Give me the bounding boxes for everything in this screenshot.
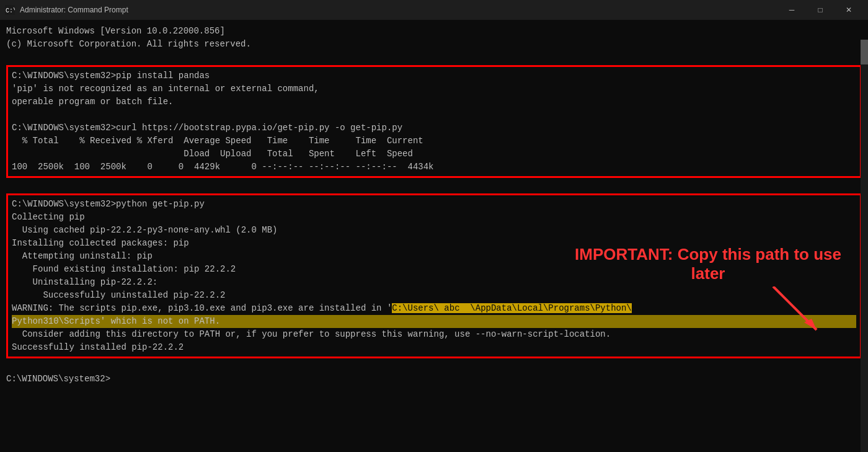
terminal-line-5: 'pip' is not recognized as an internal o… [12, 82, 856, 95]
terminal-line-21: WARNING: The scripts pip.exe, pip3.10.ex… [12, 302, 856, 315]
terminal-line-3 [6, 51, 862, 64]
terminal-line-12 [6, 179, 862, 192]
red-section-2: C:\WINDOWS\system32>python get-pip.py Co… [6, 193, 862, 358]
scrollbar-thumb[interactable] [861, 40, 868, 64]
terminal-line-4: C:\WINDOWS\system32>pip install pandas [12, 69, 856, 82]
terminal-line-16: Installing collected packages: pip [12, 237, 856, 250]
terminal-line-1: Microsoft Windows [Version 10.0.22000.85… [6, 25, 862, 38]
scrollbar[interactable] [861, 40, 868, 452]
terminal-line-26: C:\WINDOWS\system32> [6, 373, 862, 386]
terminal-line-22: Python310\Scripts' which is not on PATH. [12, 315, 856, 328]
terminal-line-18: Found existing installation: pip 22.2.2 [12, 263, 856, 276]
terminal-line-10: Dload Upload Total Spent Left Speed [12, 148, 856, 161]
red-section-1: C:\WINDOWS\system32>pip install pandas '… [6, 65, 862, 178]
terminal-line-13: C:\WINDOWS\system32>python get-pip.py [12, 198, 856, 211]
maximize-button[interactable]: □ [806, 0, 835, 20]
terminal-line-6: operable program or batch file. [12, 95, 856, 109]
terminal-line-11: 100 2500k 100 2500k 0 0 4429k 0 --:--:--… [12, 161, 856, 174]
terminal-line-24: Successfully installed pip-22.2.2 [12, 341, 856, 354]
terminal-line-9: % Total % Received % Xferd Average Speed… [12, 135, 856, 148]
minimize-button[interactable]: ─ [777, 0, 806, 20]
terminal-line-17: Attempting uninstall: pip [12, 250, 856, 263]
window-controls: ─ □ ✕ [777, 0, 863, 20]
title-bar: C:\ Administrator: Command Prompt ─ □ ✕ [0, 0, 868, 20]
window: C:\ Administrator: Command Prompt ─ □ ✕ … [0, 0, 868, 452]
terminal-area[interactable]: Microsoft Windows [Version 10.0.22000.85… [0, 20, 868, 452]
terminal-line-2: (c) Microsoft Corporation. All rights re… [6, 38, 862, 51]
close-button[interactable]: ✕ [835, 0, 863, 20]
window-title: Administrator: Command Prompt [20, 6, 777, 14]
warning-path-highlight: C:\Users\ abc \AppData\Local\Programs\Py… [392, 303, 631, 313]
cmd-icon: C:\ [5, 5, 15, 15]
svg-text:C:\: C:\ [6, 7, 15, 14]
terminal-line-25 [6, 360, 862, 373]
terminal-line-7 [12, 109, 856, 122]
terminal-line-19: Uninstalling pip-22.2.2: [12, 276, 856, 289]
terminal-line-15: Using cached pip-22.2.2-py3-none-any.whl… [12, 224, 856, 237]
terminal-line-8: C:\WINDOWS\system32>curl https://bootstr… [12, 122, 856, 135]
terminal-line-20: Successfully uninstalled pip-22.2.2 [12, 289, 856, 302]
terminal-line-14: Collecting pip [12, 211, 856, 224]
terminal-line-23: Consider adding this directory to PATH o… [12, 328, 856, 341]
warning-pre: WARNING: The scripts pip.exe, pip3.10.ex… [12, 303, 392, 313]
